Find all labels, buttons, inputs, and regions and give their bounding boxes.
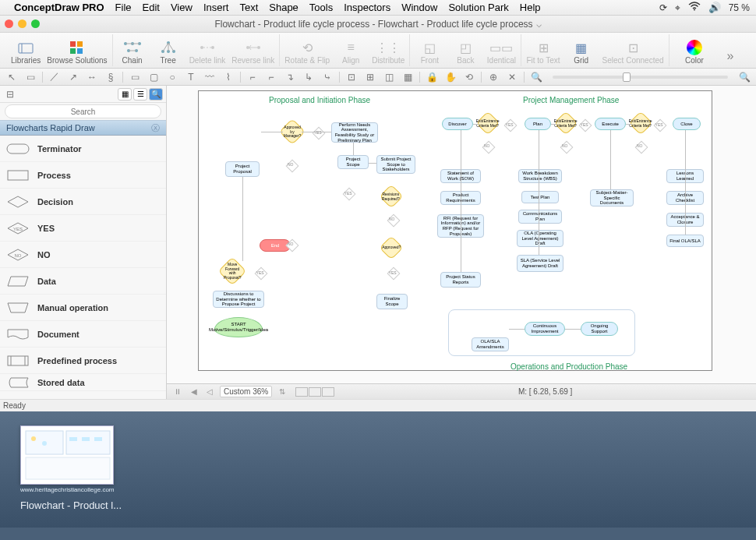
node-testplan[interactable]: Test Plan bbox=[521, 191, 559, 203]
wifi-icon[interactable] bbox=[688, 2, 701, 13]
front-button[interactable]: ◱ Front bbox=[415, 39, 444, 66]
panel-toggle-icon[interactable]: ⊟ bbox=[3, 87, 17, 101]
zoom-slider-thumb[interactable] bbox=[623, 72, 631, 82]
bezier-tool[interactable]: ⌇ bbox=[221, 70, 235, 84]
node-start[interactable]: START Motive/Stimulus/Trigger/Idea bbox=[214, 317, 263, 337]
node-revisions[interactable]: Revisions Required? bbox=[379, 184, 403, 208]
distribute-button[interactable]: ⋮⋮ Distribute bbox=[372, 39, 404, 66]
libraries-button[interactable]: Libraries bbox=[11, 39, 41, 66]
chain-button[interactable]: Chain bbox=[118, 39, 147, 66]
library-search-input[interactable] bbox=[5, 104, 161, 118]
section-tool[interactable]: § bbox=[104, 70, 118, 84]
delete-link-button[interactable]: Delete link bbox=[189, 39, 226, 66]
rectangle-tool[interactable]: ▭ bbox=[128, 70, 142, 84]
shape-stored-data[interactable]: Stored data bbox=[0, 374, 166, 391]
title-dropdown-icon[interactable]: ⌵ bbox=[536, 19, 542, 30]
lock-tool[interactable]: 🔒 bbox=[425, 70, 439, 84]
reverse-link-button[interactable]: Reverse link bbox=[231, 39, 274, 66]
menu-help[interactable]: Help bbox=[520, 2, 541, 13]
zoom-out-tool[interactable]: 🔍 bbox=[529, 70, 543, 84]
point-tool[interactable]: ⊕ bbox=[486, 70, 500, 84]
node-ola[interactable]: OLA (Operating Level Agreement) Draft bbox=[517, 230, 563, 247]
fit-to-text-button[interactable]: ⊞ Fit to Text bbox=[526, 39, 560, 66]
view-grid-button[interactable]: ▦ bbox=[118, 88, 132, 101]
shape-no[interactable]: NO NO bbox=[0, 242, 166, 268]
identical-button[interactable]: ▭▭ Identical bbox=[486, 39, 516, 66]
line-tool[interactable]: ／ bbox=[48, 70, 62, 84]
category-close-icon[interactable]: ⓧ bbox=[151, 122, 160, 134]
node-commplan[interactable]: Communications Plan bbox=[518, 210, 562, 224]
browse-solutions-button[interactable]: Browse Solutions bbox=[47, 39, 107, 66]
node-scope[interactable]: Project Scope bbox=[337, 155, 369, 169]
menu-view[interactable]: View bbox=[171, 2, 193, 13]
node-close[interactable]: Close bbox=[673, 118, 701, 130]
node-proposal[interactable]: Project Proposal bbox=[225, 161, 260, 177]
node-wbs[interactable]: Work Breakdown Structure (WBS) bbox=[518, 169, 562, 183]
double-arrow-tool[interactable]: ↔ bbox=[85, 70, 99, 84]
arrow-tool[interactable]: ↗ bbox=[66, 70, 80, 84]
back-button[interactable]: ◰ Back bbox=[450, 39, 480, 66]
menu-shape[interactable]: Shape bbox=[269, 2, 299, 13]
shape-decision[interactable]: Decision bbox=[0, 189, 166, 215]
page-tab-2[interactable] bbox=[309, 387, 321, 397]
drawing-canvas[interactable]: Proposal and Initiation Phase Project Ma… bbox=[167, 86, 756, 383]
tree-button[interactable]: Tree bbox=[154, 39, 183, 66]
library-category-header[interactable]: Flowcharts Rapid Draw ⓧ bbox=[0, 120, 166, 136]
zoom-in-tool[interactable]: 🔍 bbox=[737, 70, 751, 84]
node-finalola[interactable]: Final OLA/SLA bbox=[666, 235, 704, 247]
node-discussions[interactable]: Discussions to Determine whether to Prop… bbox=[213, 291, 264, 308]
node-finalize[interactable]: Finalize Scope bbox=[376, 294, 408, 309]
ellipse-tool[interactable]: ○ bbox=[165, 70, 179, 84]
shape-predefined-process[interactable]: Predefined process bbox=[0, 348, 166, 374]
document-thumbnail[interactable] bbox=[20, 425, 114, 485]
rotate-tool[interactable]: ⟲ bbox=[462, 70, 476, 84]
text-tool[interactable]: T bbox=[184, 70, 198, 84]
page-tab-3[interactable] bbox=[322, 387, 334, 397]
grid-button[interactable]: ▦ Grid bbox=[567, 39, 596, 66]
anchor-tool[interactable]: ✕ bbox=[505, 70, 519, 84]
volume-icon[interactable]: 🔊 bbox=[708, 2, 721, 13]
sync-icon[interactable]: ⟳ bbox=[659, 2, 667, 13]
node-submit-scope[interactable]: Submit Project Scope to Stakeholders bbox=[376, 155, 415, 174]
rounded-rect-tool[interactable]: ▢ bbox=[147, 70, 161, 84]
menu-tools[interactable]: Tools bbox=[309, 2, 333, 13]
connector2-tool[interactable]: ⌐ bbox=[264, 70, 278, 84]
shape-data[interactable]: Data bbox=[0, 268, 166, 295]
node-execute[interactable]: Execute bbox=[595, 118, 626, 130]
node-approved[interactable]: Approved? bbox=[379, 235, 403, 259]
rect-tool[interactable]: ▭ bbox=[23, 70, 37, 84]
node-plan[interactable]: Plan bbox=[525, 118, 551, 130]
view-list-button[interactable]: ☰ bbox=[133, 88, 147, 101]
node-move-fwd[interactable]: Move Forward with Proposal? bbox=[218, 257, 247, 286]
align-button[interactable]: ≡ Align bbox=[336, 39, 366, 66]
menu-solution-park[interactable]: Solution Park bbox=[448, 2, 508, 13]
color-button[interactable]: Color bbox=[680, 39, 709, 66]
shape-manual-operation[interactable]: Manual operation bbox=[0, 295, 166, 321]
connector1-tool[interactable]: ⌐ bbox=[246, 70, 260, 84]
pointer-tool[interactable]: ↖ bbox=[5, 70, 19, 84]
first-page-button[interactable]: ◀ bbox=[189, 387, 200, 396]
polyline-tool[interactable]: 〰 bbox=[203, 70, 217, 84]
node-subject[interactable]: Subject-Matter-Specific Documents bbox=[590, 189, 634, 206]
rotate-flip-button[interactable]: ⟲ Rotate & Flip bbox=[284, 39, 330, 66]
smart2-tool[interactable]: ⊞ bbox=[363, 70, 377, 84]
node-crit3[interactable]: Exit/Entrance Criteria Met? bbox=[628, 111, 652, 135]
page-tabs[interactable] bbox=[295, 387, 334, 397]
pause-icon[interactable]: ⏸ bbox=[171, 387, 184, 396]
shape-terminator[interactable]: Terminator bbox=[0, 136, 166, 162]
connector5-tool[interactable]: ⤷ bbox=[320, 70, 334, 84]
smart3-tool[interactable]: ◫ bbox=[382, 70, 396, 84]
prev-page-button[interactable]: ◁ bbox=[204, 387, 215, 396]
search-toggle-button[interactable]: 🔍 bbox=[149, 88, 163, 101]
menu-inspectors[interactable]: Inspectors bbox=[344, 2, 390, 13]
node-needs[interactable]: Perform Needs Assessment, Feasibility St… bbox=[331, 122, 378, 143]
toolbar-overflow-button[interactable]: » bbox=[715, 48, 745, 66]
node-sla[interactable]: SLA (Service Level Agreement) Draft bbox=[517, 255, 563, 272]
node-discover[interactable]: Discover bbox=[442, 118, 473, 130]
shape-process[interactable]: Process bbox=[0, 162, 166, 189]
menu-file[interactable]: File bbox=[115, 2, 132, 13]
bluetooth-icon[interactable]: ⌖ bbox=[675, 2, 680, 13]
node-crit2[interactable]: Exit/Entrance Criteria Met? bbox=[553, 111, 578, 135]
shape-yes[interactable]: YES YES bbox=[0, 215, 166, 242]
node-status[interactable]: Project Status Reports bbox=[440, 272, 481, 288]
